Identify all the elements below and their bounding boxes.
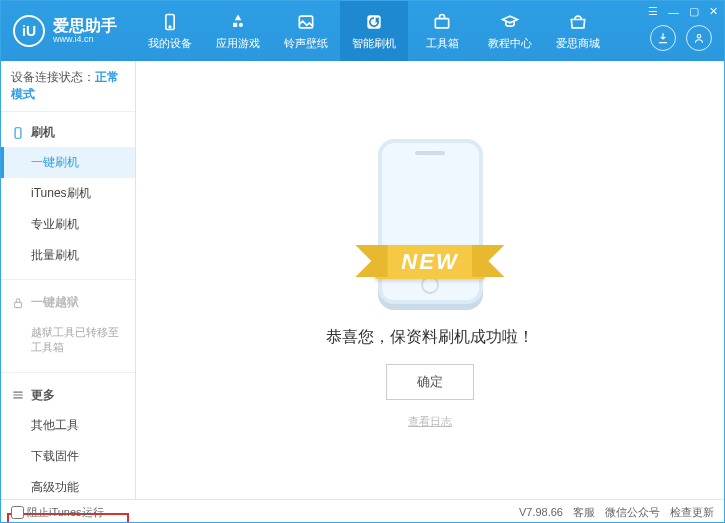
jailbreak-note: 越狱工具已转移至工具箱 xyxy=(1,317,135,364)
app-body: 设备连接状态：正常模式 刷机 一键刷机 iTunes刷机 专业刷机 批量刷机 一… xyxy=(1,61,724,499)
sidebar-item-pro-flash[interactable]: 专业刷机 xyxy=(1,209,135,240)
sidebar-item-itunes-flash[interactable]: iTunes刷机 xyxy=(1,178,135,209)
user-button[interactable] xyxy=(686,25,712,51)
view-log-link[interactable]: 查看日志 xyxy=(408,414,452,429)
main-nav: 我的设备 应用游戏 铃声壁纸 智能刷机 工具箱 教程中心 爱思商城 xyxy=(136,1,724,61)
support-link[interactable]: 客服 xyxy=(573,505,595,520)
wechat-link[interactable]: 微信公众号 xyxy=(605,505,660,520)
nav-store[interactable]: 爱思商城 xyxy=(544,1,612,61)
svg-point-5 xyxy=(697,35,701,39)
phone-small-icon xyxy=(11,126,25,140)
logo-icon: iU xyxy=(13,15,45,47)
app-url: www.i4.cn xyxy=(53,34,117,44)
flash-title[interactable]: 刷机 xyxy=(1,118,135,147)
main-content: NEW 恭喜您，保资料刷机成功啦！ 确定 查看日志 xyxy=(136,61,724,499)
store-icon xyxy=(568,12,588,32)
menu-icon[interactable]: ☰ xyxy=(648,5,658,18)
success-message: 恭喜您，保资料刷机成功啦！ xyxy=(326,327,534,348)
version-label: V7.98.66 xyxy=(519,506,563,518)
apps-icon xyxy=(228,12,248,32)
toolbox-icon xyxy=(432,12,452,32)
sidebar-item-download-firmware[interactable]: 下载固件 xyxy=(1,441,135,472)
flash-section: 刷机 一键刷机 iTunes刷机 专业刷机 批量刷机 xyxy=(1,112,135,277)
graduation-icon xyxy=(500,12,520,32)
app-name: 爱思助手 xyxy=(53,18,117,34)
svg-point-1 xyxy=(169,26,171,28)
user-icon xyxy=(692,31,706,45)
svg-rect-6 xyxy=(15,127,21,138)
sidebar-item-oneclick-flash[interactable]: 一键刷机 xyxy=(1,147,135,178)
svg-rect-4 xyxy=(435,18,448,27)
nav-apps-games[interactable]: 应用游戏 xyxy=(204,1,272,61)
device-status: 设备连接状态：正常模式 xyxy=(1,61,135,112)
check-update-link[interactable]: 检查更新 xyxy=(670,505,714,520)
list-icon xyxy=(11,388,25,402)
close-icon[interactable]: ✕ xyxy=(709,5,718,18)
wallpaper-icon xyxy=(296,12,316,32)
svg-rect-7 xyxy=(15,302,22,307)
jailbreak-title: 一键越狱 xyxy=(1,288,135,317)
success-illustration: NEW xyxy=(325,131,535,311)
sidebar: 设备连接状态：正常模式 刷机 一键刷机 iTunes刷机 专业刷机 批量刷机 一… xyxy=(1,61,136,499)
nav-smart-flash[interactable]: 智能刷机 xyxy=(340,1,408,61)
refresh-icon xyxy=(364,12,384,32)
sidebar-item-batch-flash[interactable]: 批量刷机 xyxy=(1,240,135,271)
download-icon xyxy=(656,31,670,45)
logo-area: iU 爱思助手 www.i4.cn xyxy=(1,15,136,47)
more-title[interactable]: 更多 xyxy=(1,381,135,410)
sidebar-item-advanced[interactable]: 高级功能 xyxy=(1,472,135,503)
jailbreak-section: 一键越狱 越狱工具已转移至工具箱 xyxy=(1,282,135,370)
app-header: iU 爱思助手 www.i4.cn 我的设备 应用游戏 铃声壁纸 智能刷机 工具… xyxy=(1,1,724,61)
download-button[interactable] xyxy=(650,25,676,51)
new-ribbon: NEW xyxy=(375,245,484,279)
lock-icon xyxy=(11,296,25,310)
more-section: 更多 其他工具 下载固件 高级功能 xyxy=(1,375,135,509)
block-itunes-checkbox[interactable]: 阻止iTunes运行 xyxy=(11,505,104,520)
phone-icon xyxy=(160,12,180,32)
minimize-icon[interactable]: — xyxy=(668,6,679,18)
nav-my-device[interactable]: 我的设备 xyxy=(136,1,204,61)
header-actions xyxy=(650,25,712,51)
maximize-icon[interactable]: ▢ xyxy=(689,5,699,18)
confirm-button[interactable]: 确定 xyxy=(386,364,474,400)
window-controls: ☰ — ▢ ✕ xyxy=(648,5,718,18)
sidebar-item-other-tools[interactable]: 其他工具 xyxy=(1,410,135,441)
nav-ringtone-wallpaper[interactable]: 铃声壁纸 xyxy=(272,1,340,61)
nav-tutorials[interactable]: 教程中心 xyxy=(476,1,544,61)
nav-toolbox[interactable]: 工具箱 xyxy=(408,1,476,61)
